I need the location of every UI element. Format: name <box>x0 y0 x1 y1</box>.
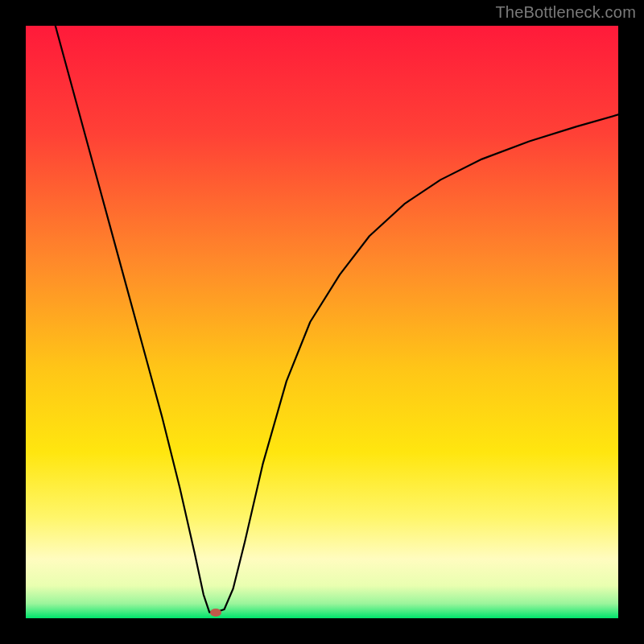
bottleneck-curve <box>26 26 618 618</box>
chart-frame: TheBottleneck.com <box>0 0 644 644</box>
plot-area <box>26 26 618 618</box>
watermark-text: TheBottleneck.com <box>495 3 636 22</box>
optimum-marker <box>210 609 221 617</box>
